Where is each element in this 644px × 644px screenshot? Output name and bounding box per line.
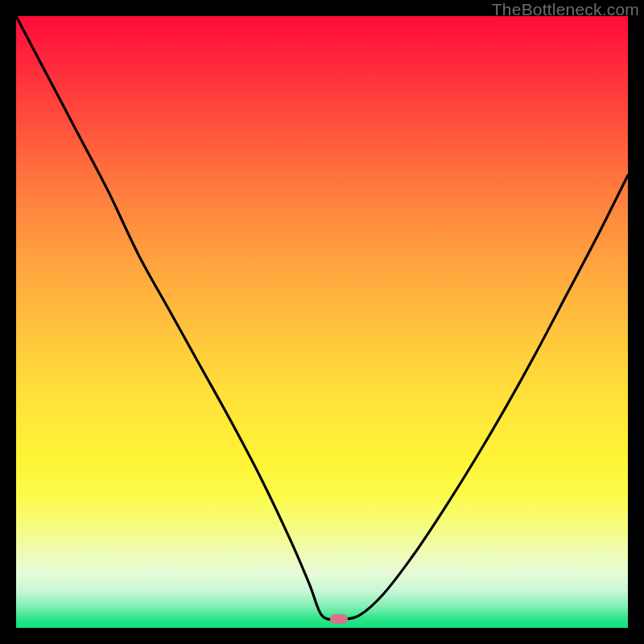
optimum-marker [330,614,348,624]
plot-area [16,16,628,628]
attribution-text: TheBottleneck.com [492,0,639,19]
bottleneck-curve [16,16,628,628]
curve-path [16,16,628,619]
chart-stage: TheBottleneck.com [0,0,644,644]
